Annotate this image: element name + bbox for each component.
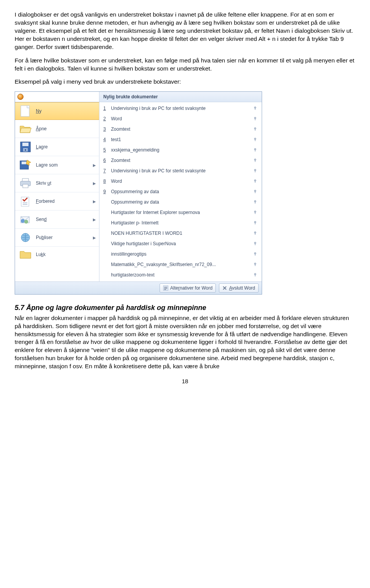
menu-item-label: Ny: [36, 108, 96, 114]
pin-icon[interactable]: [252, 179, 258, 184]
submenu-arrow-icon: ▶: [93, 181, 96, 186]
recent-doc-label: Zoomtext: [109, 157, 252, 163]
menu-item-label: Send: [36, 216, 93, 222]
svg-rect-11: [23, 202, 27, 203]
recent-doc-label: test1: [109, 136, 252, 143]
new-doc-icon: [19, 104, 32, 118]
pin-icon[interactable]: [252, 199, 258, 205]
svg-rect-44: [255, 243, 255, 245]
recent-doc-item[interactable]: Matematikk_PC_svaksynte_Skriftserien_nr7…: [101, 259, 260, 270]
recent-doc-item[interactable]: NOEN HURTIGTASTER I WORD1: [101, 228, 260, 238]
recent-doc-item[interactable]: 8Word: [101, 176, 260, 186]
recent-doc-item[interactable]: 4test1: [101, 134, 260, 145]
office-orb-row: [15, 92, 99, 102]
recent-doc-item[interactable]: Oppsummering av data: [101, 197, 260, 207]
menu-item-label: Skriv ut: [36, 180, 93, 186]
menu-item-label: Lagre som: [36, 162, 93, 168]
pin-icon[interactable]: [252, 220, 258, 226]
floppy-icon: [19, 140, 32, 153]
svg-rect-10: [21, 197, 29, 206]
svg-point-15: [24, 220, 28, 224]
recent-docs-header: Nylig brukte dokumenter: [99, 92, 262, 102]
office-menu: Ny Åpne Lagre Lagre som: [15, 91, 262, 295]
menu-item-new[interactable]: Ny: [15, 102, 99, 120]
recent-doc-label: Word: [109, 178, 252, 184]
pin-icon[interactable]: [252, 251, 258, 257]
svg-rect-40: [255, 222, 255, 224]
svg-rect-24: [255, 139, 255, 141]
recent-doc-item[interactable]: Hurtigtaster for Internet Explorer super…: [101, 207, 260, 217]
submenu-arrow-icon: ▶: [93, 235, 96, 241]
svg-rect-52: [164, 287, 167, 288]
word-options-button[interactable]: Alternativer for Word: [160, 283, 216, 293]
recent-doc-item[interactable]: 1Undervisning i bruk av PC for sterkt sv…: [101, 103, 260, 113]
recent-doc-item[interactable]: hurtigtasterzoom-text: [101, 270, 260, 280]
pin-icon[interactable]: [252, 241, 258, 246]
svg-rect-28: [255, 160, 255, 162]
recent-doc-item[interactable]: 9Oppsummering av data: [101, 186, 260, 197]
menu-item-save[interactable]: Lagre: [15, 138, 99, 156]
recent-doc-label: NOEN HURTIGTASTER I WORD1: [109, 230, 252, 236]
recent-doc-number: 9: [103, 189, 109, 195]
open-folder-icon: [19, 122, 32, 135]
menu-item-prepare[interactable]: Forbered ▶: [15, 192, 99, 211]
recent-doc-item[interactable]: Hurtigtaster p- Internett: [101, 217, 260, 228]
close-folder-icon: [19, 248, 32, 261]
recent-doc-item[interactable]: Viktige hurtigtaster i SuperNova: [101, 238, 260, 249]
menu-item-send[interactable]: Send ▶: [15, 211, 99, 229]
pin-icon[interactable]: [252, 158, 258, 163]
recent-doc-number: 7: [103, 168, 109, 174]
menu-item-label: Lukk: [36, 251, 96, 258]
pin-icon[interactable]: [252, 189, 258, 194]
svg-rect-38: [255, 212, 255, 214]
office-menu-right-pane: Nylig brukte dokumenter 1Undervisning i …: [99, 92, 262, 281]
office-orb-icon[interactable]: [17, 94, 24, 100]
recent-doc-item[interactable]: 7Undervisning i bruk av PC for sterkt sv…: [101, 165, 260, 176]
recent-doc-label: Hurtigtaster for Internet Explorer super…: [109, 209, 252, 216]
recent-doc-number: 8: [103, 178, 109, 184]
svg-rect-46: [255, 254, 255, 256]
recent-doc-label: xxskjema_egenmelding: [109, 147, 252, 153]
menu-item-label: Lagre: [36, 144, 96, 150]
menu-item-print[interactable]: Skriv ut ▶: [15, 174, 99, 192]
pin-icon[interactable]: [252, 272, 258, 278]
menu-item-close[interactable]: Lukk: [15, 247, 99, 262]
menu-item-publish[interactable]: Publiser ▶: [15, 229, 99, 247]
svg-rect-26: [255, 150, 255, 152]
svg-rect-18: [255, 108, 255, 110]
svg-rect-48: [255, 264, 255, 266]
svg-rect-12: [23, 204, 27, 205]
office-menu-left-pane: Ny Åpne Lagre Lagre som: [15, 92, 99, 281]
recent-doc-label: Matematikk_PC_svaksynte_Skriftserien_nr7…: [109, 261, 252, 268]
recent-doc-item[interactable]: 2Word: [101, 113, 260, 124]
pin-icon[interactable]: [252, 106, 258, 111]
pin-icon[interactable]: [252, 168, 258, 174]
exit-word-button[interactable]: Avslutt Word: [219, 283, 259, 293]
recent-doc-label: Undervisning i bruk av PC for sterkt sva…: [109, 168, 252, 174]
pin-icon[interactable]: [252, 147, 258, 153]
recent-doc-item[interactable]: 3Zoomtext: [101, 124, 260, 134]
recent-doc-label: Oppsummering av data: [109, 199, 252, 205]
svg-rect-30: [255, 170, 255, 172]
prepare-icon: [19, 195, 32, 208]
recent-doc-item[interactable]: 5xxskjema_egenmelding: [101, 145, 260, 155]
pin-icon[interactable]: [252, 137, 258, 142]
recent-doc-label: Viktige hurtigtaster i SuperNova: [109, 241, 252, 247]
recent-doc-item[interactable]: 6Zoomtext: [101, 155, 260, 165]
pin-icon[interactable]: [252, 126, 258, 132]
menu-item-open[interactable]: Åpne: [15, 120, 99, 138]
recent-doc-label: Hurtigtaster p- Internett: [109, 220, 252, 226]
recent-doc-label: innstillingerogtips: [109, 251, 252, 257]
svg-rect-36: [255, 202, 255, 204]
paragraph: Eksempel på valg i meny ved bruk av unde…: [15, 78, 355, 86]
menu-item-save-as[interactable]: Lagre som ▶: [15, 156, 99, 174]
office-menu-footer: Alternativer for Word Avslutt Word: [15, 281, 262, 294]
recent-doc-label: hurtigtasterzoom-text: [109, 272, 252, 278]
publish-icon: [19, 231, 32, 244]
pin-icon[interactable]: [252, 231, 258, 236]
pin-icon[interactable]: [252, 116, 258, 121]
recent-doc-item[interactable]: innstillingerogtips: [101, 249, 260, 259]
pin-icon[interactable]: [252, 262, 258, 267]
svg-rect-54: [164, 289, 166, 290]
pin-icon[interactable]: [252, 210, 258, 215]
